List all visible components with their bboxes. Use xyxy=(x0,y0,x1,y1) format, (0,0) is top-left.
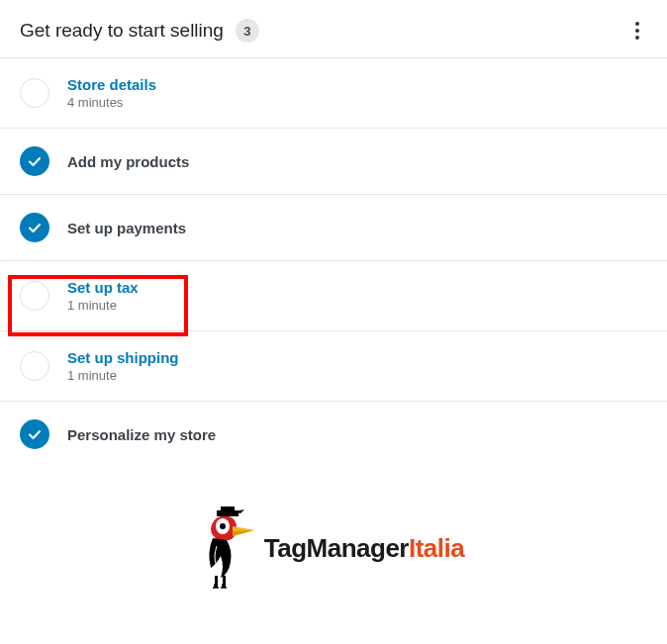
unchecked-circle-icon xyxy=(20,281,49,311)
check-icon xyxy=(27,153,43,169)
check-icon xyxy=(27,426,43,442)
svg-rect-4 xyxy=(221,506,235,512)
task-item-store-details[interactable]: Store details 4 minutes xyxy=(0,58,667,129)
task-title: Personalize my store xyxy=(67,426,216,443)
svg-point-1 xyxy=(635,29,639,33)
task-list: Store details 4 minutes Add my products xyxy=(0,58,667,467)
task-text: Set up payments xyxy=(67,220,186,236)
task-text: Set up shipping 1 minute xyxy=(67,349,179,383)
unchecked-circle-icon xyxy=(20,78,49,108)
unchecked-circle-icon xyxy=(20,351,49,381)
brand-logo: TagManagerItalia xyxy=(0,506,667,590)
panel-header: Get ready to start selling 3 xyxy=(0,0,667,58)
task-subtitle: 1 minute xyxy=(67,298,139,313)
task-item-set-up-tax[interactable]: Set up tax 1 minute xyxy=(0,261,667,331)
task-title: Set up shipping xyxy=(67,349,179,366)
task-title: Add my products xyxy=(67,153,189,170)
task-item-personalize-store[interactable]: Personalize my store xyxy=(0,402,667,467)
woodpecker-mascot-icon xyxy=(203,506,256,590)
task-text: Set up tax 1 minute xyxy=(67,279,139,313)
task-item-set-up-shipping[interactable]: Set up shipping 1 minute xyxy=(0,331,667,402)
brand-text: TagManagerItalia xyxy=(264,533,464,564)
task-title: Store details xyxy=(67,76,156,93)
checked-circle-icon xyxy=(20,213,49,242)
svg-point-6 xyxy=(220,523,226,529)
task-item-set-up-payments[interactable]: Set up payments xyxy=(0,195,667,261)
task-title: Set up payments xyxy=(67,220,186,236)
more-options-button[interactable] xyxy=(627,18,647,44)
checked-circle-icon xyxy=(20,419,49,449)
task-text: Personalize my store xyxy=(67,426,216,443)
task-text: Add my products xyxy=(67,153,189,170)
task-item-add-products[interactable]: Add my products xyxy=(0,129,667,195)
task-title: Set up tax xyxy=(67,279,139,296)
svg-point-0 xyxy=(635,22,639,26)
checked-circle-icon xyxy=(20,146,49,176)
svg-point-2 xyxy=(635,36,639,40)
task-subtitle: 1 minute xyxy=(67,368,179,383)
header-left: Get ready to start selling 3 xyxy=(20,19,259,43)
check-icon xyxy=(27,220,43,235)
task-subtitle: 4 minutes xyxy=(67,95,156,110)
task-text: Store details 4 minutes xyxy=(67,76,156,110)
page-title: Get ready to start selling xyxy=(20,20,224,42)
remaining-count-badge: 3 xyxy=(236,19,259,43)
brand-text-part1: TagManager xyxy=(264,533,409,563)
more-vertical-icon xyxy=(635,22,639,40)
brand-text-part2: Italia xyxy=(409,533,464,563)
